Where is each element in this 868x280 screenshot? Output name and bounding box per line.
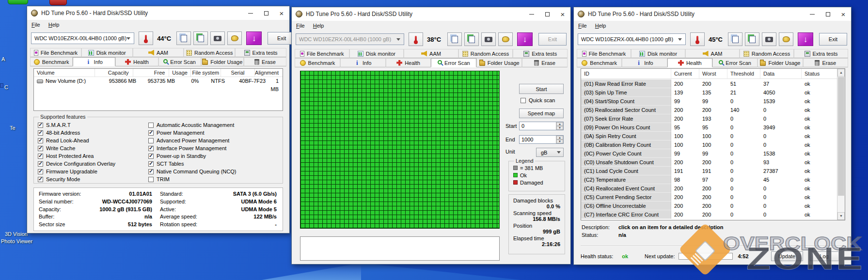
- spin-up-icon[interactable]: ▲: [556, 136, 563, 140]
- smart-row[interactable]: (01) Raw Read Error Rate 200 200 51 37 o…: [581, 79, 837, 88]
- close-button[interactable]: ×: [836, 7, 851, 21]
- titlebar[interactable]: HD Tune Pro 5.60 - Hard Disk/SSD Utility…: [292, 7, 570, 21]
- maximize-button[interactable]: [820, 7, 836, 21]
- copy-image-button[interactable]: [464, 32, 479, 46]
- smart-row[interactable]: (09) Power On Hours Count 95 95 0 3949 o…: [581, 123, 837, 132]
- feature-checkbox[interactable]: [38, 177, 43, 182]
- tab-info[interactable]: Info: [340, 58, 386, 67]
- screenshot-button[interactable]: [210, 31, 225, 45]
- menu-help[interactable]: Help: [595, 23, 606, 29]
- smart-row[interactable]: (C5) Current Pending Sector 200 200 0 0 …: [581, 193, 837, 202]
- tab-health[interactable]: Health: [115, 57, 158, 66]
- desktop-icon-label-3d-vision[interactable]: 3D Vision: [5, 231, 28, 237]
- minimize-button[interactable]: [805, 7, 820, 21]
- column-header[interactable]: Worst: [699, 69, 727, 78]
- tab-file-benchmark[interactable]: File Benchmark: [577, 49, 631, 58]
- feature-checkbox[interactable]: [148, 146, 154, 151]
- tab-extra-tests[interactable]: Extra tests: [235, 48, 286, 57]
- copy-text-button[interactable]: [176, 31, 191, 45]
- desktop-icon-green[interactable]: [8, 0, 28, 4]
- menu-help[interactable]: Help: [313, 23, 324, 29]
- tab-erase[interactable]: Erase: [803, 58, 848, 67]
- column-header[interactable]: Alignment: [255, 69, 283, 77]
- copy-text-button[interactable]: [447, 32, 462, 46]
- smart-row[interactable]: (05) Reallocated Sector Count 200 200 14…: [581, 106, 837, 114]
- smart-row[interactable]: (04) Start/Stop Count 99 99 0 1539 ok: [581, 97, 837, 106]
- feature-checkbox[interactable]: [148, 154, 154, 159]
- tab-info[interactable]: Info: [622, 58, 667, 67]
- feature-checkbox[interactable]: [38, 169, 43, 174]
- spin-up-icon[interactable]: ▲: [556, 122, 563, 126]
- tab-erase[interactable]: Erase: [244, 57, 286, 66]
- volume-row[interactable]: New Volume (D:) 953866 MB 953735 MB 0% N…: [34, 77, 283, 85]
- tab-info[interactable]: Info: [73, 57, 115, 66]
- titlebar[interactable]: HD Tune Pro 5.60 - Hard Disk/SSD Utility…: [574, 7, 851, 21]
- feature-checkbox[interactable]: [148, 130, 154, 136]
- titlebar[interactable]: HD Tune Pro 5.60 - Hard Disk/SSD Utility…: [27, 6, 289, 20]
- copy-text-button[interactable]: [728, 32, 742, 46]
- copy-image-button[interactable]: [745, 32, 759, 46]
- menu-file[interactable]: File: [578, 23, 587, 29]
- tab-benchmark[interactable]: Benchmark: [295, 58, 340, 67]
- desktop-icon-label-photo-viewer[interactable]: Photo Viewer: [1, 238, 32, 244]
- tab-random-access[interactable]: Random Access: [458, 49, 513, 58]
- smart-row[interactable]: (C1) Load Cycle Count 191 191 0 27387 ok: [581, 167, 837, 175]
- spin-down-icon[interactable]: ▼: [556, 126, 563, 130]
- tab-benchmark[interactable]: Benchmark: [577, 58, 622, 67]
- temperature-button[interactable]: [409, 32, 423, 46]
- feature-checkbox[interactable]: [38, 130, 43, 136]
- smart-row[interactable]: (C6) Offline Uncorrectable 200 200 0 0 o…: [581, 202, 837, 210]
- close-button[interactable]: ×: [274, 6, 289, 20]
- spin-down-icon[interactable]: ▼: [556, 140, 563, 143]
- tab-random-access[interactable]: Random Access: [740, 49, 794, 58]
- tab-health[interactable]: Health: [386, 58, 431, 67]
- start-input[interactable]: 0: [520, 122, 556, 130]
- tab-random-access[interactable]: Random Access: [184, 48, 235, 57]
- tab-disk-monitor[interactable]: Disk monitor: [631, 49, 685, 58]
- smart-row[interactable]: (C0) Unsafe Shutdown Count 200 200 0 93 …: [581, 158, 837, 167]
- menu-file[interactable]: File: [32, 22, 40, 28]
- log-button[interactable]: Log: [810, 251, 839, 261]
- column-header[interactable]: Current: [671, 69, 699, 78]
- column-header[interactable]: Serial: [221, 69, 255, 77]
- scroll-up-icon[interactable]: ▲: [837, 69, 845, 77]
- minimize-button[interactable]: [524, 7, 539, 21]
- tab-error-scan[interactable]: Error Scan: [158, 57, 201, 66]
- tab-aam[interactable]: AAM: [133, 48, 184, 57]
- tab-extra-tests[interactable]: Extra tests: [513, 49, 568, 58]
- feature-checkbox[interactable]: [148, 138, 154, 143]
- exit-button[interactable]: Exit: [819, 33, 847, 46]
- donate-button[interactable]: [779, 32, 793, 46]
- donate-button[interactable]: [227, 31, 242, 45]
- column-header[interactable]: Capacity: [95, 69, 133, 77]
- scroll-down-icon[interactable]: ▼: [837, 212, 845, 220]
- menu-file[interactable]: File: [296, 23, 305, 29]
- smart-row[interactable]: (07) Seek Error Rate 200 193 0 0 ok: [581, 114, 837, 123]
- start-scan-button[interactable]: Start: [519, 84, 564, 94]
- copy-image-button[interactable]: [193, 31, 208, 45]
- feature-checkbox[interactable]: [148, 169, 154, 174]
- feature-checkbox[interactable]: [38, 161, 43, 167]
- exit-button[interactable]: Exit: [538, 33, 567, 46]
- column-header[interactable]: File system: [191, 69, 221, 77]
- tab-benchmark[interactable]: Benchmark: [30, 57, 73, 66]
- smart-row[interactable]: (C4) Reallocated Event Count 200 200 0 0…: [581, 184, 837, 193]
- download-update-button[interactable]: ↓: [517, 32, 533, 46]
- drive-select[interactable]: WDC WD10EZRX-00L4HB0 (1000 gB): [296, 33, 404, 45]
- tab-error-scan[interactable]: Error Scan: [712, 58, 758, 67]
- drive-select[interactable]: WDC WD10EZRX-00L4HB0 (1000 gB): [31, 32, 134, 44]
- maximize-button[interactable]: [539, 7, 555, 21]
- close-button[interactable]: ×: [555, 7, 570, 21]
- smart-row[interactable]: (0C) Power Cycle Count 99 99 0 1538 ok: [581, 149, 837, 158]
- tab-disk-monitor[interactable]: Disk monitor: [349, 49, 404, 58]
- tab-folder-usage[interactable]: Folder Usage: [476, 58, 522, 67]
- smart-row[interactable]: (0B) Calibration Retry Count 100 100 0 0…: [581, 140, 837, 149]
- column-header[interactable]: Free: [133, 69, 170, 77]
- end-input[interactable]: 1000: [520, 136, 556, 143]
- minimize-button[interactable]: [243, 6, 258, 20]
- download-update-button[interactable]: ↓: [798, 32, 813, 46]
- unit-dropdown[interactable]: gB: [536, 148, 564, 157]
- smart-row[interactable]: (0A) Spin Retry Count 100 100 0 0 ok: [581, 132, 837, 140]
- smart-row[interactable]: (03) Spin Up Time 139 135 21 4050 ok: [581, 88, 837, 97]
- column-header[interactable]: Threshold: [727, 69, 760, 78]
